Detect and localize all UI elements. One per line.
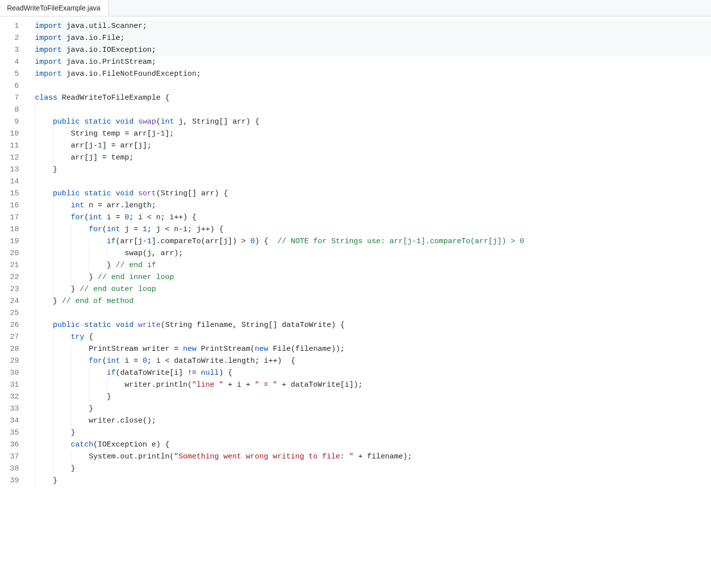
indent-guide (71, 451, 71, 463)
indent-guide (35, 331, 35, 343)
indent-guide (53, 284, 53, 295)
indent-guide (35, 439, 35, 451)
code-content[interactable]: import java.util.Scanner;import java.io.… (28, 16, 711, 491)
line-number: 3 (0, 44, 19, 56)
indent-guide (35, 212, 35, 224)
line-number: 26 (0, 319, 19, 331)
code-line (35, 176, 711, 188)
indent-guide (35, 475, 35, 487)
line-number: 5 (0, 68, 19, 80)
line-number: 1 (0, 20, 19, 32)
indent-guide (53, 379, 53, 391)
line-number: 33 (0, 403, 19, 415)
code-line: } // end of method (35, 295, 711, 307)
indent-guide (71, 379, 71, 391)
indent-guide (35, 248, 35, 260)
code-editor: 1234567891011121314151617181920212223242… (0, 16, 711, 491)
indent-guide (53, 152, 53, 164)
line-number: 36 (0, 439, 19, 451)
code-line: if(arr[j-1].compareTo(arr[j]) > 0) { // … (35, 236, 711, 248)
code-line: class ReadWriteToFileExample { (35, 92, 711, 104)
line-number: 27 (0, 331, 19, 343)
code-line (35, 80, 711, 92)
indent-guide (53, 367, 53, 379)
code-line: public static void swap(int j, String[] … (35, 116, 711, 128)
code-line: try { (35, 331, 711, 343)
indent-guide (53, 331, 53, 343)
indent-guide (71, 248, 71, 260)
code-line: String temp = arr[j-1]; (35, 128, 711, 140)
indent-guide (89, 236, 89, 248)
indent-guide (89, 248, 89, 260)
code-line: } (35, 463, 711, 475)
line-number: 12 (0, 152, 19, 164)
line-number: 14 (0, 176, 19, 188)
indent-guide (35, 355, 35, 367)
indent-guide (53, 403, 53, 415)
line-number-gutter: 1234567891011121314151617181920212223242… (0, 16, 28, 491)
code-line: import java.util.Scanner; (35, 20, 711, 32)
indent-guide (35, 343, 35, 355)
indent-guide (53, 260, 53, 272)
indent-guide (35, 367, 35, 379)
indent-guide (35, 295, 35, 307)
line-number: 23 (0, 284, 19, 295)
code-line: } // end outer loop (35, 284, 711, 295)
indent-guide (53, 224, 53, 236)
indent-guide (107, 248, 107, 260)
file-tab[interactable]: ReadWriteToFileExample.java (0, 0, 109, 16)
line-number: 21 (0, 260, 19, 272)
code-line: for(int j = 1; j < n-i; j++) { (35, 224, 711, 236)
indent-guide (53, 343, 53, 355)
line-number: 25 (0, 307, 19, 319)
indent-guide (35, 200, 35, 212)
indent-guide (71, 224, 71, 236)
line-number: 17 (0, 212, 19, 224)
line-number: 28 (0, 343, 19, 355)
indent-guide (35, 379, 35, 391)
line-number: 32 (0, 391, 19, 403)
code-line: writer.close(); (35, 415, 711, 427)
line-number: 37 (0, 451, 19, 463)
line-number: 11 (0, 140, 19, 152)
line-number: 13 (0, 164, 19, 176)
indent-guide (71, 343, 71, 355)
code-line: } (35, 427, 711, 439)
indent-guide (53, 391, 53, 403)
indent-guide (35, 164, 35, 176)
line-number: 22 (0, 272, 19, 284)
indent-guide (35, 236, 35, 248)
indent-guide (35, 140, 35, 152)
indent-guide (35, 260, 35, 272)
indent-guide (35, 307, 35, 319)
indent-guide (71, 391, 71, 403)
indent-guide (89, 391, 89, 403)
line-number: 8 (0, 104, 19, 116)
code-line: int n = arr.length; (35, 200, 711, 212)
line-number: 35 (0, 427, 19, 439)
indent-guide (35, 272, 35, 284)
indent-guide (53, 140, 53, 152)
line-number: 16 (0, 200, 19, 212)
indent-guide (89, 260, 89, 272)
tab-bar: ReadWriteToFileExample.java (0, 0, 711, 16)
code-line: if(dataToWrite[i] != null) { (35, 367, 711, 379)
line-number: 4 (0, 56, 19, 68)
line-number: 20 (0, 248, 19, 260)
indent-guide (35, 188, 35, 200)
indent-guide (35, 176, 35, 188)
indent-guide (35, 463, 35, 475)
indent-guide (35, 391, 35, 403)
line-number: 19 (0, 236, 19, 248)
indent-guide (53, 463, 53, 475)
indent-guide (71, 355, 71, 367)
code-line: catch(IOException e) { (35, 439, 711, 451)
indent-guide (89, 367, 89, 379)
indent-guide (53, 272, 53, 284)
indent-guide (35, 415, 35, 427)
file-tab-label: ReadWriteToFileExample.java (7, 4, 100, 12)
indent-guide (107, 379, 107, 391)
indent-guide (35, 104, 35, 116)
indent-guide (53, 248, 53, 260)
indent-guide (71, 367, 71, 379)
